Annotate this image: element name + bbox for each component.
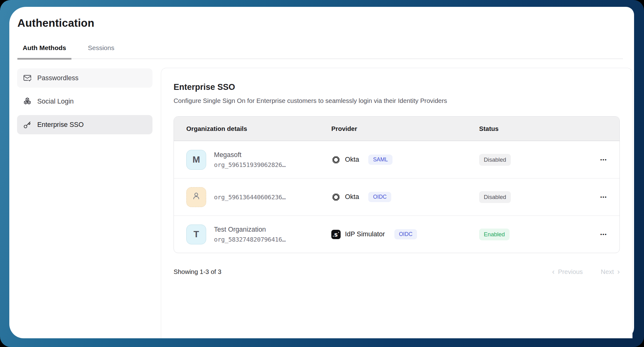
status-badge: Disabled bbox=[479, 154, 511, 166]
page-title: Authentication bbox=[17, 17, 94, 29]
tab-bar: Auth Methods Sessions bbox=[17, 44, 120, 59]
avatar: T bbox=[186, 224, 206, 244]
organization-cell: M Megasoft org_596151939062826… bbox=[186, 150, 331, 170]
key-icon bbox=[23, 120, 32, 129]
panel-heading: Enterprise SSO bbox=[174, 82, 620, 92]
app-card: Authentication Auth Methods Sessions Pas… bbox=[9, 7, 634, 338]
organization-id: org_596151939062826… bbox=[214, 161, 286, 169]
avatar bbox=[186, 187, 206, 207]
provider-cell: s IdP Simulator OIDC bbox=[331, 229, 479, 239]
next-page-button[interactable]: Next › bbox=[601, 268, 620, 275]
tab-auth-methods[interactable]: Auth Methods bbox=[17, 44, 71, 59]
sidebar-item-label: Enterprise SSO bbox=[37, 121, 84, 129]
provider-cell: Okta SAML bbox=[331, 155, 479, 165]
provider-name: Okta bbox=[345, 156, 359, 164]
table-row[interactable]: M Megasoft org_596151939062826… bbox=[174, 141, 619, 178]
panel-description: Configure Single Sign On for Enterprise … bbox=[174, 97, 620, 104]
protocol-badge: OIDC bbox=[368, 192, 391, 202]
organization-name: Test Organization bbox=[214, 226, 286, 234]
column-header-provider: Provider bbox=[331, 125, 479, 132]
mail-check-icon bbox=[23, 73, 32, 83]
organization-cell: T Test Organization org_583274820796416… bbox=[186, 224, 331, 244]
row-menu-button[interactable]: ••• bbox=[600, 194, 607, 200]
table-row[interactable]: T Test Organization org_583274820796416…… bbox=[174, 215, 619, 253]
organization-name: Megasoft bbox=[214, 151, 286, 159]
column-header-organization: Organization details bbox=[186, 125, 331, 132]
provider-cell: Okta OIDC bbox=[331, 192, 479, 202]
table-row[interactable]: org_596136440606236… bbox=[174, 178, 619, 215]
chevron-left-icon: ‹ bbox=[552, 268, 555, 275]
organization-id: org_596136440606236… bbox=[214, 193, 286, 201]
window-gradient-frame: Authentication Auth Methods Sessions Pas… bbox=[0, 0, 644, 347]
idp-simulator-icon: s bbox=[331, 230, 341, 239]
sidebar: Passwordless Social Login bbox=[17, 68, 152, 138]
pagination-bar: Showing 1-3 of 3 ‹ Previous Next › bbox=[174, 268, 620, 275]
column-header-status: Status bbox=[479, 125, 588, 132]
person-icon bbox=[191, 191, 202, 203]
tab-sessions[interactable]: Sessions bbox=[83, 44, 120, 59]
status-badge: Disabled bbox=[479, 191, 511, 203]
okta-icon bbox=[331, 192, 341, 202]
protocol-badge: SAML bbox=[368, 155, 392, 165]
sidebar-item-label: Social Login bbox=[37, 98, 74, 105]
tab-bar-divider bbox=[17, 58, 623, 59]
okta-icon bbox=[331, 155, 341, 164]
previous-page-button[interactable]: ‹ Previous bbox=[552, 268, 583, 275]
chevron-right-icon: › bbox=[617, 268, 620, 275]
provider-name: Okta bbox=[345, 193, 359, 201]
provider-name: IdP Simulator bbox=[345, 230, 385, 238]
pagination-summary: Showing 1-3 of 3 bbox=[174, 268, 221, 275]
sso-connections-table: Organization details Provider Status M M… bbox=[174, 116, 620, 253]
avatar: M bbox=[186, 150, 206, 170]
row-menu-button[interactable]: ••• bbox=[600, 232, 607, 237]
sidebar-item-passwordless[interactable]: Passwordless bbox=[17, 68, 152, 88]
sidebar-item-enterprise-sso[interactable]: Enterprise SSO bbox=[17, 115, 152, 134]
row-menu-button[interactable]: ••• bbox=[600, 157, 607, 162]
sidebar-item-label: Passwordless bbox=[37, 74, 79, 82]
cubes-icon bbox=[23, 97, 32, 106]
table-header-row: Organization details Provider Status bbox=[174, 117, 619, 141]
protocol-badge: OIDC bbox=[394, 229, 417, 239]
organization-cell: org_596136440606236… bbox=[186, 187, 331, 207]
enterprise-sso-panel: Enterprise SSO Configure Single Sign On … bbox=[161, 68, 633, 338]
organization-id: org_583274820796416… bbox=[214, 236, 286, 243]
sidebar-item-social-login[interactable]: Social Login bbox=[17, 92, 152, 111]
status-badge: Enabled bbox=[479, 229, 510, 240]
